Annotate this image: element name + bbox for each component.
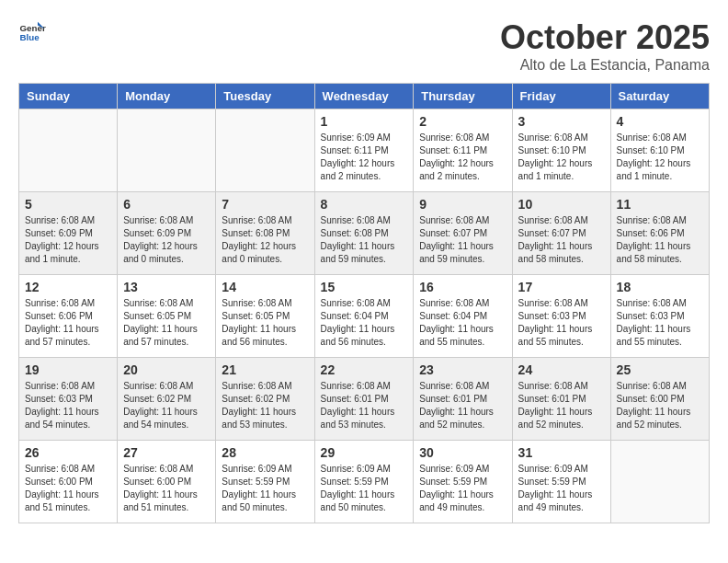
day-number: 3 — [518, 114, 605, 129]
day-number: 31 — [518, 445, 605, 460]
table-row: 22Sunrise: 6:08 AMSunset: 6:01 PMDayligh… — [314, 358, 414, 441]
table-row: 24Sunrise: 6:08 AMSunset: 6:01 PMDayligh… — [512, 358, 610, 441]
table-row: 29Sunrise: 6:09 AMSunset: 5:59 PMDayligh… — [314, 441, 414, 523]
table-row: 28Sunrise: 6:09 AMSunset: 5:59 PMDayligh… — [216, 441, 314, 523]
header-tuesday: Tuesday — [216, 84, 314, 109]
day-info: Sunrise: 6:08 AMSunset: 6:03 PMDaylight:… — [617, 297, 703, 349]
table-row: 23Sunrise: 6:08 AMSunset: 6:01 PMDayligh… — [414, 358, 512, 441]
day-info: Sunrise: 6:08 AMSunset: 6:02 PMDaylight:… — [123, 380, 210, 431]
day-number: 19 — [25, 362, 111, 377]
table-row: 15Sunrise: 6:08 AMSunset: 6:04 PMDayligh… — [314, 275, 414, 358]
header-wednesday: Wednesday — [314, 84, 414, 109]
day-number: 21 — [222, 362, 308, 377]
table-row: 16Sunrise: 6:08 AMSunset: 6:04 PMDayligh… — [414, 275, 512, 358]
day-number: 14 — [222, 280, 308, 294]
day-info: Sunrise: 6:09 AMSunset: 5:59 PMDaylight:… — [222, 463, 308, 514]
day-info: Sunrise: 6:08 AMSunset: 6:07 PMDaylight:… — [419, 214, 506, 266]
svg-text:General: General — [20, 23, 47, 33]
day-number: 23 — [419, 362, 506, 377]
day-info: Sunrise: 6:08 AMSunset: 6:05 PMDaylight:… — [222, 297, 308, 349]
table-row: 11Sunrise: 6:08 AMSunset: 6:06 PMDayligh… — [610, 192, 709, 275]
table-row: 21Sunrise: 6:08 AMSunset: 6:02 PMDayligh… — [216, 358, 314, 441]
day-info: Sunrise: 6:08 AMSunset: 6:08 PMDaylight:… — [222, 214, 308, 266]
table-row: 2Sunrise: 6:08 AMSunset: 6:11 PMDaylight… — [414, 109, 512, 192]
day-info: Sunrise: 6:09 AMSunset: 5:59 PMDaylight:… — [518, 463, 605, 514]
day-info: Sunrise: 6:08 AMSunset: 6:04 PMDaylight:… — [321, 297, 408, 349]
day-number: 12 — [25, 280, 111, 294]
table-row — [216, 109, 314, 192]
day-number: 9 — [419, 197, 506, 212]
header-thursday: Thursday — [414, 84, 512, 109]
header-sunday: Sunday — [19, 84, 118, 109]
day-info: Sunrise: 6:08 AMSunset: 6:04 PMDaylight:… — [419, 297, 506, 349]
table-row: 26Sunrise: 6:08 AMSunset: 6:00 PMDayligh… — [19, 441, 118, 523]
calendar-title: October 2025 — [500, 18, 710, 57]
day-number: 30 — [419, 445, 506, 460]
table-row: 31Sunrise: 6:09 AMSunset: 5:59 PMDayligh… — [512, 441, 610, 523]
day-number: 26 — [25, 445, 111, 460]
calendar-week-row: 19Sunrise: 6:08 AMSunset: 6:03 PMDayligh… — [19, 358, 710, 441]
day-number: 28 — [222, 445, 308, 460]
table-row: 6Sunrise: 6:08 AMSunset: 6:09 PMDaylight… — [118, 192, 216, 275]
table-row: 1Sunrise: 6:09 AMSunset: 6:11 PMDaylight… — [314, 109, 414, 192]
table-row: 8Sunrise: 6:08 AMSunset: 6:08 PMDaylight… — [314, 192, 414, 275]
day-info: Sunrise: 6:08 AMSunset: 6:00 PMDaylight:… — [617, 380, 703, 431]
table-row — [19, 109, 118, 192]
weekday-header-row: Sunday Monday Tuesday Wednesday Thursday… — [19, 84, 710, 109]
calendar-week-row: 5Sunrise: 6:08 AMSunset: 6:09 PMDaylight… — [19, 192, 710, 275]
page-header: General Blue October 2025 Alto de La Est… — [18, 18, 710, 74]
calendar-subtitle: Alto de La Estancia, Panama — [500, 57, 710, 74]
calendar-week-row: 26Sunrise: 6:08 AMSunset: 6:00 PMDayligh… — [19, 441, 710, 523]
day-info: Sunrise: 6:08 AMSunset: 6:09 PMDaylight:… — [123, 214, 210, 266]
table-row — [610, 441, 709, 523]
day-info: Sunrise: 6:08 AMSunset: 6:02 PMDaylight:… — [222, 380, 308, 431]
day-number: 4 — [617, 114, 703, 129]
table-row: 17Sunrise: 6:08 AMSunset: 6:03 PMDayligh… — [512, 275, 610, 358]
table-row: 20Sunrise: 6:08 AMSunset: 6:02 PMDayligh… — [118, 358, 216, 441]
header-monday: Monday — [118, 84, 216, 109]
header-saturday: Saturday — [610, 84, 709, 109]
logo: General Blue — [18, 18, 46, 46]
day-info: Sunrise: 6:08 AMSunset: 6:00 PMDaylight:… — [25, 463, 111, 514]
day-info: Sunrise: 6:08 AMSunset: 6:01 PMDaylight:… — [419, 380, 506, 431]
day-info: Sunrise: 6:08 AMSunset: 6:06 PMDaylight:… — [25, 297, 111, 349]
calendar-week-row: 12Sunrise: 6:08 AMSunset: 6:06 PMDayligh… — [19, 275, 710, 358]
table-row: 12Sunrise: 6:08 AMSunset: 6:06 PMDayligh… — [19, 275, 118, 358]
day-info: Sunrise: 6:09 AMSunset: 5:59 PMDaylight:… — [321, 463, 408, 514]
day-number: 2 — [419, 114, 506, 129]
calendar-table: Sunday Monday Tuesday Wednesday Thursday… — [18, 83, 710, 523]
title-block: October 2025 Alto de La Estancia, Panama — [500, 18, 710, 74]
day-number: 1 — [321, 114, 408, 129]
table-row: 9Sunrise: 6:08 AMSunset: 6:07 PMDaylight… — [414, 192, 512, 275]
day-number: 13 — [123, 280, 210, 294]
table-row: 27Sunrise: 6:08 AMSunset: 6:00 PMDayligh… — [118, 441, 216, 523]
day-info: Sunrise: 6:08 AMSunset: 6:00 PMDaylight:… — [123, 463, 210, 514]
day-number: 18 — [617, 280, 703, 294]
table-row: 3Sunrise: 6:08 AMSunset: 6:10 PMDaylight… — [512, 109, 610, 192]
day-info: Sunrise: 6:09 AMSunset: 5:59 PMDaylight:… — [419, 463, 506, 514]
day-info: Sunrise: 6:08 AMSunset: 6:01 PMDaylight:… — [518, 380, 605, 431]
day-number: 22 — [321, 362, 408, 377]
table-row: 4Sunrise: 6:08 AMSunset: 6:10 PMDaylight… — [610, 109, 709, 192]
day-number: 10 — [518, 197, 605, 212]
day-number: 7 — [222, 197, 308, 212]
table-row: 10Sunrise: 6:08 AMSunset: 6:07 PMDayligh… — [512, 192, 610, 275]
table-row: 18Sunrise: 6:08 AMSunset: 6:03 PMDayligh… — [610, 275, 709, 358]
day-info: Sunrise: 6:08 AMSunset: 6:03 PMDaylight:… — [518, 297, 605, 349]
day-number: 25 — [617, 362, 703, 377]
logo-icon: General Blue — [18, 18, 46, 46]
table-row: 13Sunrise: 6:08 AMSunset: 6:05 PMDayligh… — [118, 275, 216, 358]
day-info: Sunrise: 6:08 AMSunset: 6:01 PMDaylight:… — [321, 380, 408, 431]
day-number: 17 — [518, 280, 605, 294]
day-info: Sunrise: 6:08 AMSunset: 6:10 PMDaylight:… — [617, 132, 703, 183]
day-number: 24 — [518, 362, 605, 377]
day-info: Sunrise: 6:08 AMSunset: 6:03 PMDaylight:… — [25, 380, 111, 431]
day-info: Sunrise: 6:08 AMSunset: 6:09 PMDaylight:… — [25, 214, 111, 266]
table-row: 14Sunrise: 6:08 AMSunset: 6:05 PMDayligh… — [216, 275, 314, 358]
svg-text:Blue: Blue — [20, 32, 40, 42]
day-number: 11 — [617, 197, 703, 212]
table-row: 5Sunrise: 6:08 AMSunset: 6:09 PMDaylight… — [19, 192, 118, 275]
day-info: Sunrise: 6:08 AMSunset: 6:07 PMDaylight:… — [518, 214, 605, 266]
day-number: 5 — [25, 197, 111, 212]
day-info: Sunrise: 6:08 AMSunset: 6:10 PMDaylight:… — [518, 132, 605, 183]
